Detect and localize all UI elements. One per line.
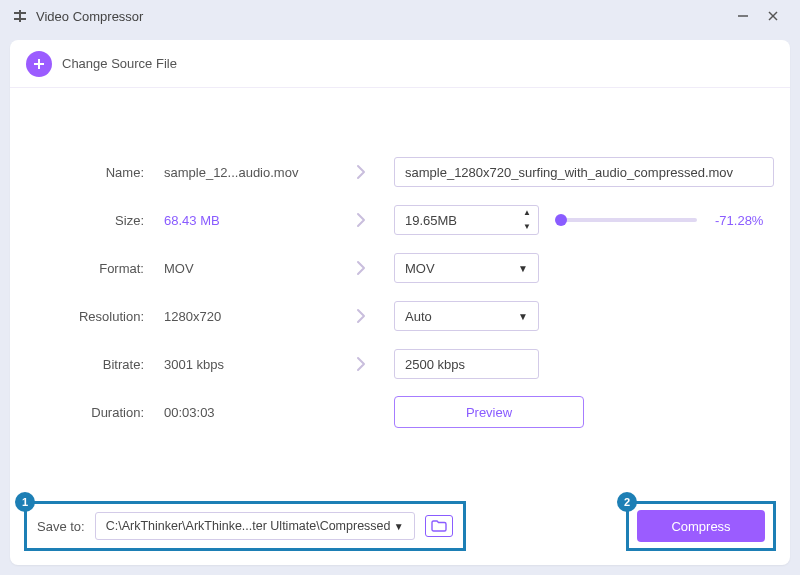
- window-title: Video Compressor: [36, 9, 143, 24]
- caret-down-icon: ▼: [518, 263, 528, 274]
- row-bitrate: Bitrate: 3001 kbps 2500 kbps: [40, 340, 760, 388]
- svg-rect-2: [19, 10, 21, 22]
- card-header: Change Source File: [10, 40, 790, 88]
- chevron-right-icon: [336, 307, 386, 325]
- content-area: Name: sample_12...audio.mov sample_1280x…: [10, 88, 790, 565]
- row-duration: Duration: 00:03:03 Preview: [40, 388, 760, 436]
- bitrate-output-text: 2500 kbps: [405, 357, 465, 372]
- size-slider[interactable]: [557, 218, 697, 222]
- name-output-input[interactable]: sample_1280x720_surfing_with_audio_compr…: [394, 157, 774, 187]
- open-folder-button[interactable]: [425, 515, 453, 537]
- size-reduction: -71.28%: [715, 213, 763, 228]
- size-output-text: 19.65MB: [405, 213, 457, 228]
- close-button[interactable]: [758, 4, 788, 28]
- size-output-stepper[interactable]: 19.65MB ▲ ▼: [394, 205, 539, 235]
- add-icon[interactable]: [26, 51, 52, 77]
- compress-annotation-box: 2 Compress: [626, 501, 776, 551]
- folder-icon: [431, 520, 447, 532]
- row-resolution: Resolution: 1280x720 Auto ▼: [40, 292, 760, 340]
- name-label: Name:: [40, 165, 150, 180]
- footer: 1 Save to: C:\ArkThinker\ArkThinke...ter…: [24, 501, 776, 551]
- change-source-button[interactable]: Change Source File: [62, 56, 177, 71]
- resolution-output-select[interactable]: Auto ▼: [394, 301, 539, 331]
- chevron-right-icon: [336, 355, 386, 373]
- size-current: 68.43 MB: [158, 213, 328, 228]
- app-icon: [12, 8, 28, 24]
- compress-button[interactable]: Compress: [637, 510, 765, 542]
- name-current: sample_12...audio.mov: [158, 165, 328, 180]
- saveto-label: Save to:: [37, 519, 85, 534]
- resolution-output-text: Auto: [405, 309, 432, 324]
- duration-current: 00:03:03: [158, 405, 328, 420]
- compress-button-label: Compress: [671, 519, 730, 534]
- saveto-path-text: C:\ArkThinker\ArkThinke...ter Ultimate\C…: [106, 519, 391, 533]
- saveto-annotation-box: 1 Save to: C:\ArkThinker\ArkThinke...ter…: [24, 501, 466, 551]
- format-current: MOV: [158, 261, 328, 276]
- row-name: Name: sample_12...audio.mov sample_1280x…: [40, 148, 760, 196]
- preview-button[interactable]: Preview: [394, 396, 584, 428]
- stepper-down-icon[interactable]: ▼: [520, 223, 534, 231]
- row-format: Format: MOV MOV ▼: [40, 244, 760, 292]
- format-label: Format:: [40, 261, 150, 276]
- chevron-right-icon: [336, 163, 386, 181]
- row-size: Size: 68.43 MB 19.65MB ▲ ▼ -71.28%: [40, 196, 760, 244]
- resolution-label: Resolution:: [40, 309, 150, 324]
- resolution-current: 1280x720: [158, 309, 328, 324]
- bitrate-output-input[interactable]: 2500 kbps: [394, 349, 539, 379]
- name-output-text: sample_1280x720_surfing_with_audio_compr…: [405, 165, 733, 180]
- step-badge-2: 2: [617, 492, 637, 512]
- preview-button-label: Preview: [466, 405, 512, 420]
- chevron-right-icon: [336, 259, 386, 277]
- slider-thumb[interactable]: [555, 214, 567, 226]
- format-output-text: MOV: [405, 261, 435, 276]
- size-label: Size:: [40, 213, 150, 228]
- caret-down-icon: ▼: [518, 311, 528, 322]
- saveto-path-select[interactable]: C:\ArkThinker\ArkThinke...ter Ultimate\C…: [95, 512, 415, 540]
- titlebar: Video Compressor: [0, 0, 800, 32]
- bitrate-current: 3001 kbps: [158, 357, 328, 372]
- format-output-select[interactable]: MOV ▼: [394, 253, 539, 283]
- main-card: Change Source File Name: sample_12...aud…: [10, 40, 790, 565]
- minimize-button[interactable]: [728, 4, 758, 28]
- bitrate-label: Bitrate:: [40, 357, 150, 372]
- stepper-up-icon[interactable]: ▲: [520, 209, 534, 217]
- caret-down-icon: ▼: [394, 521, 404, 532]
- chevron-right-icon: [336, 211, 386, 229]
- duration-label: Duration:: [40, 405, 150, 420]
- step-badge-1: 1: [15, 492, 35, 512]
